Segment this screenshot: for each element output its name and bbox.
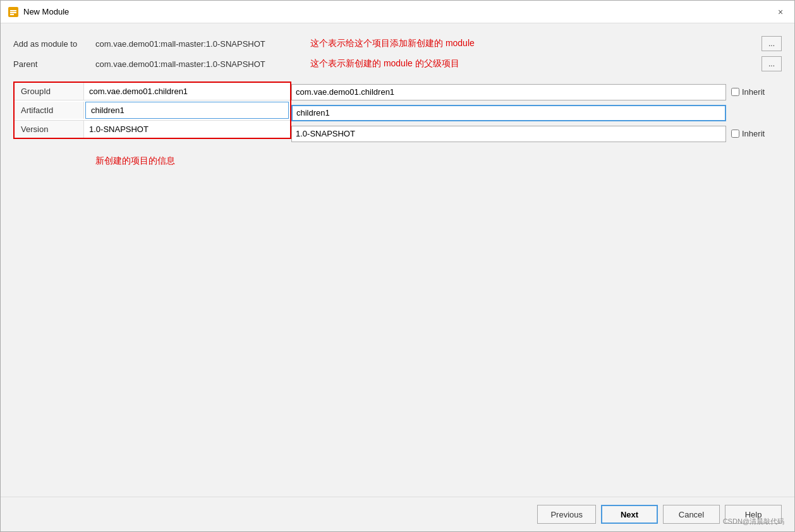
right-inputs-area: Inherit Inherit — [291, 82, 782, 144]
groupid-row: GroupId — [15, 83, 290, 100]
dialog-icon — [8, 7, 18, 17]
artifactid-input[interactable] — [85, 102, 289, 119]
info-section: Add as module to com.vae.demo01:mall-mas… — [13, 33, 782, 74]
artifactid-full-input[interactable] — [291, 105, 726, 121]
groupid-inherit-checkbox[interactable] — [731, 88, 739, 96]
add-as-module-row: Add as module to com.vae.demo01:mall-mas… — [13, 33, 782, 54]
close-button[interactable]: × — [774, 6, 787, 18]
parent-button[interactable]: ... — [762, 56, 782, 71]
version-row: Version — [15, 121, 290, 138]
watermark: CSDN@清晨敲代码 — [723, 517, 784, 526]
content-area: Add as module to com.vae.demo01:mall-mas… — [1, 23, 794, 497]
parent-value: com.vae.demo01:mall-master:1.0-SNAPSHOT — [95, 59, 298, 69]
parent-annotation: 这个表示新创建的 module 的父级项目 — [310, 58, 459, 70]
artifactid-row: ArtifactId — [15, 100, 290, 121]
sub-annotation: 新创建的项目的信息 — [95, 155, 782, 167]
svg-rect-2 — [10, 12, 16, 13]
new-module-dialog: New Module × Add as module to com.vae.de… — [0, 0, 795, 532]
next-button[interactable]: Next — [601, 505, 658, 524]
title-bar: New Module × — [1, 1, 794, 23]
add-as-module-value: com.vae.demo01:mall-master:1.0-SNAPSHOT — [95, 39, 298, 49]
parent-row: Parent com.vae.demo01:mall-master:1.0-SN… — [13, 54, 782, 74]
version-input[interactable] — [84, 121, 290, 137]
add-as-module-button[interactable]: ... — [762, 36, 782, 51]
groupid-label: GroupId — [15, 83, 84, 100]
parent-label: Parent — [13, 59, 95, 69]
version-inherit[interactable]: Inherit — [731, 129, 782, 138]
groupid-inherit[interactable]: Inherit — [731, 87, 782, 97]
artifactid-full-row — [291, 102, 782, 123]
previous-button[interactable]: Previous — [537, 505, 596, 524]
svg-rect-1 — [10, 10, 16, 11]
version-full-input[interactable] — [291, 126, 726, 142]
svg-rect-3 — [10, 14, 14, 15]
groupid-full-row: Inherit — [291, 82, 782, 102]
artifactid-label: ArtifactId — [15, 102, 84, 119]
groupid-input[interactable] — [84, 83, 290, 99]
version-label: Version — [15, 121, 84, 138]
cancel-button[interactable]: Cancel — [663, 505, 720, 524]
add-as-module-label: Add as module to — [13, 39, 95, 49]
groupid-full-input[interactable] — [291, 84, 726, 100]
title-bar-left: New Module — [8, 7, 69, 17]
add-as-module-annotation: 这个表示给这个项目添加新创建的 module — [310, 38, 475, 49]
version-full-row: Inherit — [291, 123, 782, 144]
groupid-inherit-label: Inherit — [742, 87, 765, 97]
version-inherit-checkbox[interactable] — [731, 130, 739, 138]
maven-fields-section: GroupId ArtifactId Version — [13, 82, 291, 139]
bottom-bar: Previous Next Cancel Help — [1, 497, 794, 531]
form-area: GroupId ArtifactId Version — [13, 82, 782, 145]
dialog-title: New Module — [23, 7, 69, 16]
version-inherit-label: Inherit — [742, 129, 765, 138]
